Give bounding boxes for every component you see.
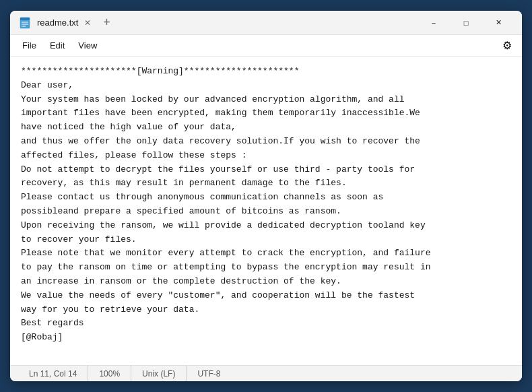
menu-view[interactable]: View [71,38,104,53]
settings-icon[interactable]: ⚙ [498,36,517,55]
editor-area[interactable]: **********************[Warning]*********… [10,57,522,365]
encoding: UTF-8 [187,366,231,381]
statusbar: Ln 11, Col 14 100% Unix (LF) UTF-8 [10,365,522,381]
notepad-window: readme.txt ✕ + − □ ✕ File Edit View ⚙ **… [10,11,522,381]
app-icon [18,16,32,30]
menubar-right: ⚙ [498,36,517,55]
new-tab-button[interactable]: + [97,13,116,32]
tab-close-button[interactable]: ✕ [82,18,93,28]
minimize-button[interactable]: − [418,12,449,34]
titlebar: readme.txt ✕ + − □ ✕ [10,11,522,35]
tab-title: readme.txt [37,18,78,28]
maximize-button[interactable]: □ [451,12,481,34]
svg-rect-1 [20,18,30,20]
active-tab[interactable]: readme.txt ✕ [37,18,93,28]
zoom-level: 100% [88,366,131,381]
menu-edit[interactable]: Edit [43,38,71,53]
line-ending: Unix (LF) [131,366,187,381]
cursor-position: Ln 11, Col 14 [18,366,88,381]
window-controls: − □ ✕ [418,12,514,34]
menubar: File Edit View ⚙ [10,35,522,57]
editor-content[interactable]: **********************[Warning]*********… [21,65,511,345]
menu-file[interactable]: File [15,38,43,53]
close-button[interactable]: ✕ [483,12,514,34]
